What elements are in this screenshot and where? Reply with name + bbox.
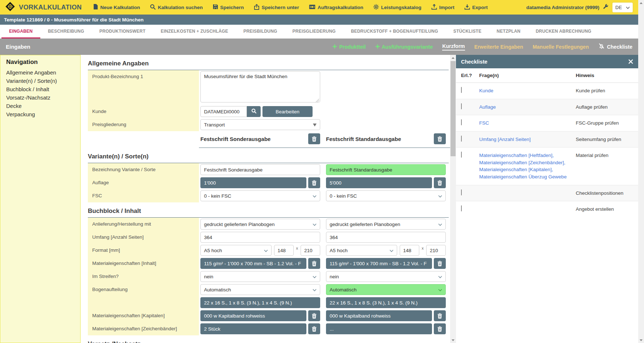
chevron-down-icon: [626, 5, 630, 10]
checkbox[interactable]: [461, 152, 462, 158]
auflage-variante-2-field[interactable]: 5'000: [326, 177, 432, 188]
tab-preisbildung[interactable]: PREISBILDUNG: [236, 25, 285, 39]
produkt-bezeichnung-textarea[interactable]: Museumsführer für die Stadt München: [200, 71, 320, 102]
anlieferung-variante-2-select[interactable]: gedruckt gelieferten Planobogen: [326, 219, 446, 230]
checkbox[interactable]: [461, 205, 462, 211]
checklist-question-link[interactable]: Materialeigenschaften Überzug Gewebe: [479, 173, 576, 181]
menu-item-import[interactable]: Import: [431, 4, 455, 11]
scroll-down-arrow[interactable]: [450, 337, 456, 343]
menu-item-leistungskatalog[interactable]: Leistungskatalog: [373, 4, 421, 11]
delete-material-inhalt-1-button[interactable]: [308, 258, 320, 269]
bogenaufteilung-1-select[interactable]: Automatisch: [200, 284, 320, 295]
page-scrollbar-track[interactable]: [638, 0, 644, 343]
nav-item-vorsatz-nachsatz[interactable]: Vorsatz-/Nachsatz: [6, 93, 74, 102]
menu-item-kalkulation-suchen[interactable]: Kalkulation suchen: [150, 4, 203, 11]
add-produktteil-button[interactable]: Produktteil: [333, 44, 366, 50]
delete-material-inhalt-2-button[interactable]: [434, 258, 446, 269]
main-scrollbar-track[interactable]: [450, 55, 456, 343]
anlieferung-variante-1-select[interactable]: gedruckt gelieferten Planobogen: [200, 219, 320, 230]
scroll-up-arrow[interactable]: [450, 55, 456, 61]
material-zeichenbaender-2-field[interactable]: ...: [326, 323, 432, 334]
view-manuelle-festlegungen-button[interactable]: Manuelle Festlegungen: [533, 44, 589, 50]
language-select[interactable]: DE: [612, 2, 633, 13]
nav-item-verpackung[interactable]: Verpackung: [6, 110, 74, 118]
bezeichnung-variante-2-input[interactable]: [326, 164, 446, 175]
umfang-variante-2-input[interactable]: [326, 232, 446, 243]
bogen-detail-1-field[interactable]: 22 x 16 S., 1 x 8 S. (3 N.), 1 x 4 S. (9…: [200, 297, 320, 308]
preisgliederung-select[interactable]: Transport: [200, 119, 320, 130]
menu-item-speichern-unter[interactable]: Speichern unter: [254, 4, 299, 11]
checkbox[interactable]: [461, 87, 462, 93]
delete-material-kapitalen-1-button[interactable]: [308, 310, 320, 321]
material-inhalt-2-field[interactable]: 115 g/m² - 1'000 x 700 mm - SB - 1.2 Vol…: [326, 258, 432, 269]
delete-auflage-1-button[interactable]: [308, 177, 320, 188]
view-kurzform-button[interactable]: Kurzform: [442, 43, 465, 51]
im-streifen-2-select[interactable]: nein: [326, 271, 446, 282]
delete-material-zeichenbaender-1-button[interactable]: [308, 323, 320, 334]
checklist-question-link[interactable]: Umfang [Anzahl Seiten]: [479, 136, 576, 143]
format-width-1-input[interactable]: [274, 245, 294, 256]
material-kapitalen-1-field[interactable]: 000 w Kapitalband rohweiss: [200, 310, 306, 321]
menu-item-neue-kalkulation[interactable]: Neue Kalkulation: [93, 4, 140, 11]
checklist-question-link[interactable]: Materialeigenschaften [Kapitalen],: [479, 166, 576, 173]
bezeichnung-variante-1-input[interactable]: [200, 164, 320, 175]
tab-beschreibung[interactable]: BESCHREIBUNG: [40, 25, 92, 39]
nav-item-decke[interactable]: Decke: [6, 102, 74, 110]
delete-auflage-2-button[interactable]: [434, 177, 446, 188]
wrench-icon[interactable]: [603, 4, 608, 11]
material-kapitalen-2-field[interactable]: 000 w Kapitalband rohweiss: [326, 310, 432, 321]
tab-eingaben[interactable]: EINGABEN: [1, 25, 40, 39]
column-header-frage: Frage(n): [479, 73, 576, 78]
im-streifen-1-select[interactable]: nein: [200, 271, 320, 282]
fsc-variante-2-select[interactable]: 0 - kein FSC: [326, 190, 446, 201]
toggle-checkliste-button[interactable]: Checkliste: [598, 43, 632, 50]
fsc-variante-1-select[interactable]: 0 - kein FSC: [200, 190, 320, 201]
delete-variant-1-button[interactable]: [308, 133, 320, 144]
scroll-down-arrow[interactable]: [638, 337, 644, 343]
format-height-1-input[interactable]: [301, 245, 320, 256]
format-preset-2-select[interactable]: A5 hoch: [326, 245, 397, 256]
delete-material-zeichenbaender-2-button[interactable]: [434, 323, 446, 334]
nav-item-varianten-sorten[interactable]: Variante(n) / Sorte(n): [6, 77, 74, 85]
delete-material-kapitalen-2-button[interactable]: [434, 310, 446, 321]
checklist-question-link[interactable]: FSC: [479, 120, 576, 127]
checkbox[interactable]: [461, 119, 462, 125]
scroll-up-arrow[interactable]: [638, 0, 644, 6]
kunde-input[interactable]: [200, 106, 247, 117]
add-ausfuehrungsvariante-button[interactable]: Ausführungsvariante: [375, 44, 433, 50]
checklist-question-link[interactable]: Materialeigenschaften [Zeichenbänder],: [479, 159, 576, 166]
menu-item-speichern[interactable]: Speichern: [213, 4, 244, 11]
menu-item-auftragskalkulation[interactable]: Auftragskalkulation: [309, 4, 363, 11]
menu-item-export[interactable]: Export: [464, 4, 488, 11]
tab-drucken-abrechnung[interactable]: DRUCKEN ABRECHNUNG: [528, 25, 599, 39]
tab-produktionswert[interactable]: PRODUKTIONSWERT: [92, 25, 153, 39]
tab-preisgliederung[interactable]: PREISGLIEDERUNG: [285, 25, 343, 39]
material-inhalt-1-field[interactable]: 115 g/m² - 1'000 x 700 mm - SB - 1.2 Vol…: [200, 258, 306, 269]
auflage-variante-1-field[interactable]: 1'000: [200, 177, 306, 188]
tab-bedruckstoff-bogenaufteilung[interactable]: BEDRUCKSTOFF + BOGENAUFTEILUNG: [343, 25, 446, 39]
checkbox[interactable]: [461, 103, 462, 109]
format-preset-1-select[interactable]: A5 hoch: [200, 245, 272, 256]
kunde-bearbeiten-button[interactable]: Bearbeiten: [262, 106, 313, 117]
tab-einzelkosten-zuschlaege[interactable]: EINZELKOSTEN + ZUSCHLÄGE: [153, 25, 236, 39]
view-erweiterte-eingaben-button[interactable]: Erweiterte Eingaben: [474, 44, 523, 50]
tab-stueckliste[interactable]: STÜCKLISTE: [446, 25, 489, 39]
bogenaufteilung-2-select[interactable]: Automatisch: [326, 284, 446, 295]
material-zeichenbaender-1-field[interactable]: 2 Stück: [200, 323, 306, 334]
close-icon[interactable]: [628, 59, 633, 64]
checklist-question-link[interactable]: Materialeigenschaften [Heftfaden],: [479, 152, 576, 159]
nav-item-buchblock-inhalt[interactable]: Buchblock / Inhalt: [6, 85, 74, 93]
umfang-variante-1-input[interactable]: [200, 232, 320, 243]
checklist-question-link[interactable]: Auflage: [479, 104, 576, 111]
checklist-question-link[interactable]: Kunde: [479, 87, 576, 94]
format-width-2-input[interactable]: [400, 245, 419, 256]
checkbox[interactable]: [461, 189, 462, 195]
tab-netzplan[interactable]: NETZPLAN: [489, 25, 528, 39]
delete-variant-2-button[interactable]: [434, 133, 446, 144]
kunde-search-button[interactable]: [247, 106, 261, 117]
nav-item-allgemeine-angaben[interactable]: Allgemeine Angaben: [6, 68, 74, 77]
bogen-detail-2-field[interactable]: 22 x 16 S., 1 x 8 S. (3 N.), 1 x 4 S. (9…: [326, 297, 446, 308]
checkbox[interactable]: [461, 136, 462, 142]
format-height-2-input[interactable]: [426, 245, 446, 256]
main-scrollbar-thumb[interactable]: [451, 61, 456, 156]
